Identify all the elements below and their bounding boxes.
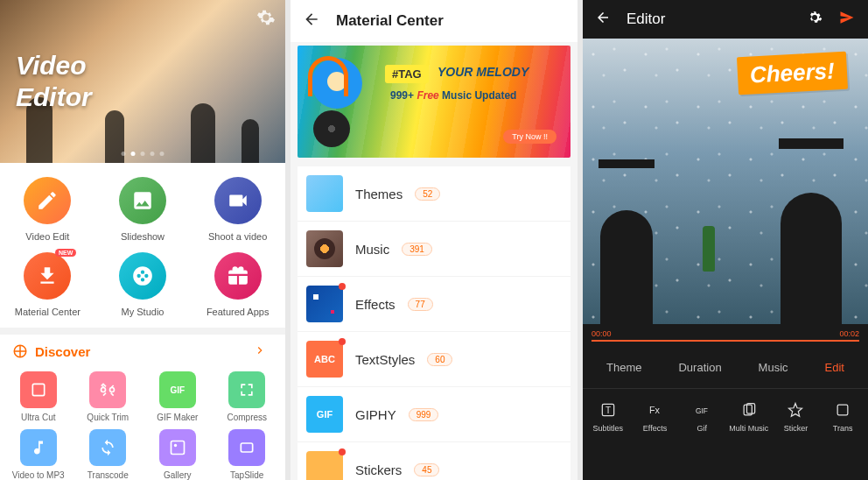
main-item-shoot-a-video[interactable]: Shoot a video — [190, 172, 285, 247]
promo-banner[interactable]: #TAG YOUR MELODY 999+ Free Music Updated… — [298, 46, 570, 158]
tab-music[interactable]: Music — [752, 357, 795, 378]
editor-header: Editor — [583, 0, 868, 39]
edit-tool-gif[interactable]: GIFGif — [680, 401, 724, 433]
banner-subtext: 999+ Free Music Updated — [390, 89, 516, 102]
edit-tool-effects[interactable]: FxEffects — [633, 401, 676, 433]
tab-theme[interactable]: Theme — [599, 357, 648, 378]
tool-label: Multi Music — [729, 424, 768, 433]
edit-tool-multi-music[interactable]: Multi Music — [727, 401, 771, 433]
time-end: 00:02 — [839, 329, 859, 338]
tool-label: Trans — [833, 424, 853, 433]
discover-label: Discover — [35, 344, 90, 359]
svg-text:GIF: GIF — [696, 406, 708, 415]
material-label: Stickers — [355, 462, 402, 477]
discover-row[interactable]: Discover — [0, 335, 285, 368]
thumb-icon — [306, 175, 343, 212]
send-icon — [838, 9, 856, 26]
video-preview[interactable]: Cheers! — [583, 39, 868, 324]
main-item-slideshow[interactable]: Slideshow — [95, 172, 191, 247]
tool-icon — [228, 429, 265, 466]
page-title: Editor — [626, 11, 665, 28]
edit-tool-subtitles[interactable]: TSubtitles — [586, 401, 630, 433]
arrow-left-icon — [303, 11, 320, 28]
hero-banner[interactable]: Video Editor — [0, 0, 285, 163]
tool-icon: T — [599, 401, 617, 419]
export-button[interactable] — [838, 9, 856, 30]
edit-tool-trans[interactable]: Trans — [821, 401, 864, 433]
tool-icon — [20, 371, 57, 408]
edit-tools: TSubtitlesFxEffectsGIFGifMulti MusicStic… — [583, 389, 868, 441]
material-row-music[interactable]: Music391 — [298, 222, 570, 277]
page-title: Material Center — [336, 12, 444, 30]
tool-label: Sticker — [784, 424, 808, 433]
tool-video-to-mp3[interactable]: Video to MP3 — [4, 429, 74, 480]
tool-ultra-cut[interactable]: Ultra Cut — [4, 371, 74, 422]
material-label: GIPHY — [355, 407, 396, 422]
tool-label: Transcode — [88, 470, 129, 480]
material-row-stickers[interactable]: Stickers45 — [298, 442, 570, 480]
tool-transcode[interactable]: Transcode — [74, 429, 144, 480]
tool-icon — [740, 401, 758, 419]
tool-gif-maker[interactable]: GIFGIF Maker — [143, 371, 213, 422]
tool-icon — [89, 371, 126, 408]
tool-label: Compress — [227, 413, 267, 422]
count-badge: 52 — [415, 187, 440, 201]
tool-tapslide[interactable]: TapSlide — [213, 429, 283, 480]
material-label: TextStyles — [355, 352, 415, 367]
main-grid: Video EditSlideshowShoot a videoNEWMater… — [0, 163, 285, 328]
gear-icon — [807, 10, 822, 25]
overlay-text: Cheers! — [737, 52, 848, 95]
thumb-icon — [306, 230, 343, 267]
try-now-button[interactable]: Try Now !! — [503, 130, 556, 144]
material-list: Themes52Music391Effects77ABCTextStyles60… — [298, 166, 570, 480]
home-screen: Video Editor Video EditSlideshowShoot a … — [0, 0, 285, 480]
main-item-featured-apps[interactable]: Featured Apps — [190, 247, 285, 322]
material-label: Music — [355, 242, 389, 257]
material-row-themes[interactable]: Themes52 — [298, 166, 570, 222]
hero-title-2: Editor — [16, 82, 92, 112]
image-icon — [119, 177, 166, 224]
chevron-right-icon — [254, 344, 273, 359]
timeline[interactable]: 00:00 00:02 — [583, 324, 868, 340]
back-button[interactable] — [595, 10, 611, 29]
tool-quick-trim[interactable]: Quick Trim — [74, 371, 144, 422]
tool-icon: GIF — [693, 401, 710, 419]
banner-tag: #TAG — [385, 65, 429, 83]
new-badge: NEW — [55, 249, 76, 257]
svg-text:T: T — [606, 406, 611, 415]
edit-tool-sticker[interactable]: Sticker — [774, 401, 817, 433]
main-item-my-studio[interactable]: My Studio — [95, 247, 191, 322]
hero-title-1: Video — [16, 51, 87, 81]
tool-label: Subtitles — [593, 424, 624, 433]
main-item-material-center[interactable]: NEWMaterial Center — [0, 247, 95, 322]
material-row-effects[interactable]: Effects77 — [298, 277, 570, 332]
download-icon: NEW — [24, 252, 71, 300]
tool-label: Quick Trim — [87, 413, 129, 422]
main-item-video-edit[interactable]: Video Edit — [0, 172, 95, 247]
tab-edit[interactable]: Edit — [818, 357, 851, 378]
item-label: Material Center — [15, 307, 80, 317]
material-row-textstyles[interactable]: ABCTextStyles60 — [298, 332, 570, 387]
tool-icon — [787, 401, 804, 419]
tool-icon — [159, 429, 196, 466]
back-button[interactable] — [303, 11, 320, 32]
material-row-giphy[interactable]: GIFGIPHY999 — [298, 387, 570, 442]
settings-button[interactable] — [807, 10, 822, 29]
tool-compress[interactable]: Compress — [213, 371, 283, 422]
svg-rect-11 — [837, 405, 848, 415]
tool-icon — [20, 429, 57, 466]
new-dot-icon — [339, 283, 346, 290]
count-badge: 999 — [409, 408, 439, 421]
count-badge: 45 — [414, 463, 439, 476]
tool-icon — [834, 401, 851, 419]
new-dot-icon — [339, 338, 346, 345]
item-label: Slideshow — [121, 231, 164, 242]
count-badge: 391 — [402, 243, 432, 256]
material-label: Themes — [355, 187, 402, 201]
settings-button[interactable] — [256, 7, 276, 28]
svg-point-3 — [174, 444, 177, 447]
timeline-track[interactable] — [592, 340, 859, 342]
tool-gallery[interactable]: Gallery — [143, 429, 213, 480]
tab-duration[interactable]: Duration — [671, 357, 728, 378]
camcorder-icon — [214, 177, 262, 224]
